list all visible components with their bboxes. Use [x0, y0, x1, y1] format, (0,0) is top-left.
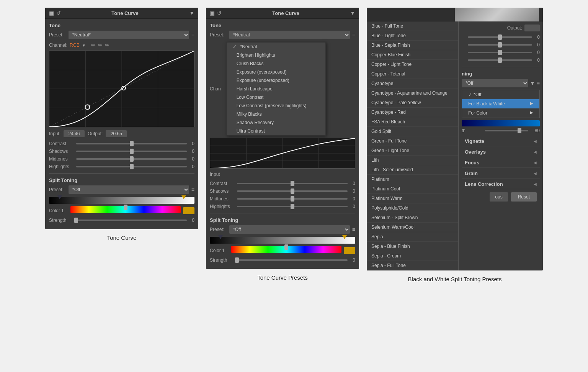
dropdown-ultra[interactable]: Ultra Contrast — [227, 127, 325, 135]
panel2-color-thumb[interactable] — [284, 244, 288, 250]
list-item-lith-sel[interactable]: Lith - Selenium/Gold — [367, 165, 458, 175]
panel1-curve-graph[interactable] — [49, 51, 194, 127]
list-item-copper-blue[interactable]: Copper Blue Finish — [367, 50, 458, 60]
list-item-platinum-cool[interactable]: Platinum Cool — [367, 184, 458, 194]
panel1-strength-track[interactable] — [76, 220, 187, 221]
list-item-green-full[interactable]: Green - Full Tone — [367, 136, 458, 146]
panel2-split-menu[interactable]: ≡ — [352, 226, 355, 233]
list-item-fsa[interactable]: FSA Red Bleach — [367, 117, 458, 127]
dropdown-harsh[interactable]: Harsh Landscape — [227, 85, 325, 93]
panel1-tool1[interactable]: ✏ — [91, 42, 96, 48]
dropdown-neutral[interactable]: *Neutral — [227, 43, 325, 51]
panel1-gradient-thumb-left[interactable] — [57, 195, 62, 199]
ctrl-slider3-track[interactable] — [468, 52, 532, 53]
panel1-color-swatch[interactable] — [183, 207, 194, 214]
ctrl-slider4-track[interactable] — [468, 59, 532, 61]
list-item-copper-light[interactable]: Copper - Light Tone — [367, 60, 458, 69]
list-item-sepia-cream[interactable]: Sepia - Cream — [367, 251, 458, 261]
toning-opt-off[interactable]: *Off — [462, 90, 539, 99]
list-item-selenium-split[interactable]: Selenium - Split Brown — [367, 213, 458, 223]
sidebar-right-focus[interactable]: Focus ◀ — [462, 158, 540, 168]
list-item-lith[interactable]: Lith — [367, 156, 458, 165]
reset-button[interactable]: Reset — [511, 192, 537, 202]
toning-dropdown[interactable]: *Off — [462, 79, 528, 87]
panel2-icon-dropdown[interactable]: ▼ — [350, 10, 355, 16]
panel1-split-preset-select[interactable]: *Off — [69, 185, 189, 194]
panel1-midtones-track[interactable] — [76, 158, 187, 160]
panel1-preset-select[interactable]: *Neutral* — [69, 31, 189, 39]
panel2-gradient-thumb-right[interactable] — [342, 235, 347, 239]
panel1-contrast-track[interactable] — [76, 143, 187, 144]
ctrl-slider1-track[interactable] — [468, 36, 532, 38]
panel2-curve-graph[interactable] — [210, 138, 355, 169]
dropdown-milky[interactable]: Milky Blacks — [227, 110, 325, 118]
panel1-tool2[interactable]: ✏ — [98, 42, 103, 48]
dropdown-shadow[interactable]: Shadow Recovery — [227, 118, 325, 127]
panel2-preset-menu[interactable]: ≡ — [352, 32, 355, 38]
panel1-split-menu[interactable]: ≡ — [191, 187, 194, 193]
list-item-sepia-blue[interactable]: Sepia - Blue Finish — [367, 242, 458, 251]
list-item-copper-tetenal[interactable]: Copper - Tetenal — [367, 69, 458, 79]
panel1-color-thumb[interactable] — [124, 205, 127, 210]
output-value[interactable] — [524, 25, 540, 31]
list-item-gold[interactable]: Gold Split — [367, 127, 458, 136]
dropdown-exposure-under[interactable]: Exposure (underexposed) — [227, 76, 325, 85]
panel1-output-value[interactable] — [106, 130, 127, 137]
panel2-midtones-track[interactable] — [237, 198, 348, 200]
list-item-cyanotype-aq[interactable]: Cyanotype - Aquamarine and Orange — [367, 88, 458, 98]
list-item-cyanotype-red[interactable]: Cyanotype - Red — [367, 108, 458, 117]
panel1-channel-arrow[interactable]: ▼ — [82, 43, 86, 48]
sidebar-right-overlays[interactable]: Overlays ◀ — [462, 147, 540, 157]
panel1-preset-menu[interactable]: ≡ — [191, 32, 194, 38]
list-item-polysulphide[interactable]: Polysulphide/Gold — [367, 203, 458, 213]
panel1-gradient-thumb-right[interactable] — [181, 195, 186, 199]
list-item-blue-light[interactable]: Blue - Light Tone — [367, 31, 458, 41]
previous-button[interactable]: ous — [490, 192, 508, 202]
list-item-platinum[interactable]: Platinum — [367, 175, 458, 184]
ctrl-slider2-track[interactable] — [468, 44, 532, 46]
list-item-platinum-warm[interactable]: Platinum Warm — [367, 194, 458, 203]
list-item-selenium-warm[interactable]: Selenium Warm/Cool — [367, 223, 458, 232]
panel1-gradient-bar[interactable] — [49, 197, 194, 204]
panel1-tool3[interactable]: ✏ — [105, 42, 109, 48]
panel1-channel-value[interactable]: RGB — [70, 43, 80, 48]
strength-track[interactable] — [485, 130, 528, 131]
panel2-strength-track[interactable] — [237, 259, 348, 261]
sidebar-right-grain[interactable]: Grain ◀ — [462, 169, 540, 179]
list-item-blue-full[interactable]: Blue - Full Tone — [367, 21, 458, 31]
list-item-blue-sepia[interactable]: Blue - Sepia Finish — [367, 41, 458, 50]
panel1-icon-refresh[interactable]: ↺ — [56, 10, 61, 16]
dropdown-brighten[interactable]: Brighten Highlights — [227, 51, 325, 59]
panel2-shadows-track[interactable] — [237, 190, 348, 192]
panel2-contrast-track[interactable] — [237, 183, 348, 184]
panel2-gradient-thumb-left[interactable] — [218, 235, 223, 239]
toning-menu[interactable]: ▼ — [530, 80, 535, 86]
dropdown-exposure-over[interactable]: Exposure (overexposed) — [227, 68, 325, 76]
list-item-sepia[interactable]: Sepia — [367, 232, 458, 242]
panel2-color-bar[interactable] — [231, 246, 341, 253]
panel2-icon-refresh[interactable]: ↺ — [217, 10, 222, 16]
list-item-cyanotype[interactable]: Cyanotype — [367, 79, 458, 88]
panel2-color-swatch[interactable] — [344, 247, 355, 254]
panel1-icon-dropdown[interactable]: ▼ — [189, 10, 194, 16]
dropdown-low-contrast[interactable]: Low Contrast — [227, 93, 325, 102]
dropdown-crush[interactable]: Crush Blacks — [227, 59, 325, 68]
panel2-gradient-bar[interactable] — [210, 237, 355, 244]
dropdown-low-contrast-pres[interactable]: Low Contrast (preserve highlights) — [227, 102, 325, 110]
toning-opt-color[interactable]: For Color — [462, 108, 539, 118]
sidebar-right-lens[interactable]: Lens Correction ◀ — [462, 179, 540, 189]
panel2-icon-square[interactable]: ▣ — [210, 10, 215, 16]
sidebar-right-vignette[interactable]: Vignette ◀ — [462, 136, 540, 146]
toning-settings[interactable]: ≡ — [537, 80, 540, 86]
panel1-highlights-track[interactable] — [76, 166, 187, 167]
list-item-cyanotype-pale[interactable]: Cyanotype - Pale Yellow — [367, 98, 458, 108]
panel1-icon-square[interactable]: ▣ — [49, 10, 54, 16]
panel1-color-bar[interactable] — [70, 206, 181, 213]
list-item-green-light[interactable]: Green - Light Tone — [367, 146, 458, 156]
list-item-sepia-full[interactable]: Sepia - Full Tone — [367, 261, 458, 270]
panel2-highlights-track[interactable] — [237, 206, 348, 207]
panel1-input-value[interactable] — [64, 130, 85, 137]
panel1-shadows-track[interactable] — [76, 151, 187, 152]
panel2-preset-select[interactable]: *Neutral — [229, 31, 350, 39]
toning-opt-bw[interactable]: For Black & White — [462, 99, 539, 108]
